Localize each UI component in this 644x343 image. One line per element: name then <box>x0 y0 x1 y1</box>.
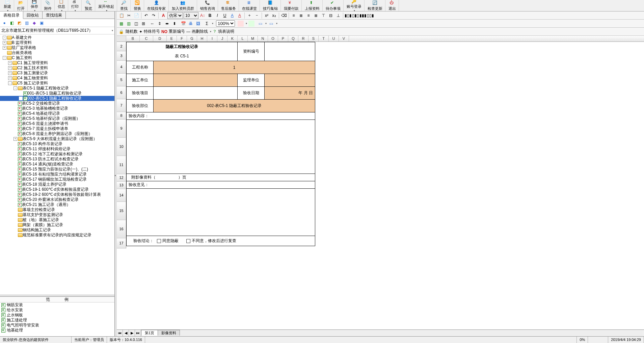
tree-toggle[interactable]: + <box>14 137 17 141</box>
tool-btn-6[interactable]: ▣ <box>38 20 45 26</box>
template-select[interactable]: 北京市建筑工程资料管理规程（DB11/T695-2017） <box>1 28 111 33</box>
tree-node[interactable]: +表C5-9 大体积混凝土测温记录（应附图） <box>0 136 114 141</box>
superscript-button[interactable]: x² <box>263 12 270 19</box>
toolbar-技巧集锦[interactable]: 📘技巧集锦 <box>260 0 281 11</box>
example-item[interactable]: 给水安装 <box>0 308 114 313</box>
disagree-checkbox[interactable] <box>186 239 190 243</box>
tb2-btn-date[interactable]: 📅 <box>180 21 186 27</box>
font-color-2-button[interactable]: A <box>229 12 236 19</box>
toolbar-我要付款[interactable]: ¥我要付款 <box>281 0 302 11</box>
font-color-3-button[interactable]: A <box>236 12 243 19</box>
tb2-btn-4[interactable]: ⊞ <box>140 21 146 27</box>
tree-node[interactable]: 表C5-14 通风(烟)道检查记录 <box>0 162 114 167</box>
accept-item-value[interactable] <box>154 87 238 100</box>
row-header[interactable]: 5 <box>117 74 126 86</box>
col-header[interactable]: G <box>187 36 197 42</box>
tb2-btn-shape4[interactable]: ⬍ <box>171 21 178 27</box>
tree-node[interactable]: 表C5-19-1 600℃·d实体检验温度记录 <box>0 187 114 192</box>
col-header[interactable]: K <box>227 36 238 42</box>
tree-node[interactable]: 表C5-11 焊接材料烘焙记录 <box>0 147 114 152</box>
col-header[interactable]: T <box>319 36 329 42</box>
toolbar-替换[interactable]: 🔁替换 <box>131 0 144 11</box>
tree-node[interactable]: 幕墙主控检查记录 <box>0 207 114 212</box>
bold-button[interactable]: B <box>207 12 213 19</box>
tool-btn-3[interactable]: ◩ <box>16 20 22 26</box>
tb2-btn-shape2[interactable]: ⇕ <box>157 21 163 27</box>
agree-checkbox[interactable] <box>157 239 161 243</box>
tree-node[interactable]: 表C5-17 钢筋螺纹加工现场检查记录 <box>0 177 114 182</box>
row-header[interactable]: 17 <box>117 238 126 248</box>
barcode3-button[interactable]: ▮▮▮ <box>359 12 366 19</box>
tree-node[interactable]: 表C5-19-2 600℃·d实体检验等效龄期计算表 <box>0 192 114 197</box>
toolbar-预览[interactable]: 🔍预览 <box>82 0 95 11</box>
italic-button[interactable]: I <box>214 12 221 19</box>
toolbar-打印[interactable]: 🖨打印 <box>68 0 82 11</box>
tool-btn-5[interactable]: ◆ <box>31 20 37 26</box>
sheet-nav-last[interactable]: ⏭ <box>135 330 141 336</box>
constr-unit-value[interactable] <box>154 74 238 87</box>
row-header[interactable]: 15 <box>117 202 126 220</box>
tool-btn-1[interactable]: ● <box>1 20 7 26</box>
increase-button[interactable]: ＋ <box>246 12 253 19</box>
tree-node[interactable]: 001-表C5-1 隐蔽工程验收记录 <box>0 91 114 96</box>
tree-node[interactable]: 表C5-20 外窗淋水试验检查记录 <box>0 197 114 202</box>
tree-toggle[interactable]: - <box>3 36 6 39</box>
tree-node[interactable]: 表C5-8 混凝土养护测温记录（应附图） <box>0 131 114 136</box>
col-header[interactable]: P <box>278 36 288 42</box>
toolbar-打开[interactable]: 📂打开 <box>14 0 28 11</box>
tree-toggle[interactable]: + <box>8 66 12 70</box>
font-select[interactable]: 仿宋 <box>167 12 183 19</box>
subscript-button[interactable]: x₂ <box>271 12 277 19</box>
toolbar-售后服务[interactable]: 🛠售后服务 <box>218 0 239 11</box>
tree-node[interactable]: -表C5-1 隐蔽工程验收记录 <box>0 86 114 91</box>
sheet-nav-first[interactable]: ⏮ <box>117 330 123 336</box>
row-header[interactable]: 7 <box>117 99 126 112</box>
toolbar-销售咨询[interactable]: 📞销售咨询 <box>197 0 218 11</box>
col-header[interactable]: Q <box>288 36 298 42</box>
tree-node[interactable]: +C2 施工技术资料 <box>0 65 114 71</box>
row-header[interactable]: 3 <box>117 51 126 61</box>
dropdown-icon[interactable]: ▾ <box>112 29 113 32</box>
toolbar-新建[interactable]: 📄新建 <box>1 0 14 11</box>
tree-node[interactable]: 表C5-6 混凝土浇灌申请书 <box>0 121 114 126</box>
toolbar-保存[interactable]: 💾保存 <box>28 0 41 11</box>
toolbar-在线找专家[interactable]: 👤在线找专家 <box>144 0 169 11</box>
redo-button[interactable]: ↷ <box>150 12 157 19</box>
underline-button[interactable]: U <box>221 12 228 19</box>
doc-no-value[interactable] <box>265 42 315 61</box>
col-header[interactable]: I <box>207 36 217 42</box>
col-header[interactable]: V <box>339 36 349 42</box>
align-right-button[interactable]: ≡ <box>305 12 312 19</box>
example-item[interactable]: 地基处理 <box>0 328 114 333</box>
tb2-btn-print[interactable]: 🖶 <box>188 21 194 27</box>
row-header[interactable]: 13 <box>117 182 126 189</box>
align-left-button[interactable]: ≡ <box>290 12 297 19</box>
col-header[interactable]: J <box>217 36 227 42</box>
tree-node[interactable]: 002-表C5-1 隐蔽工程验收记录 <box>0 96 114 101</box>
tree-toggle[interactable]: + <box>8 71 12 75</box>
font-color-button[interactable]: A <box>160 12 167 19</box>
row-header[interactable]: 6 <box>117 86 126 99</box>
col-header[interactable]: B <box>126 36 140 42</box>
tree-node[interactable]: 表C5-16 有粘结预应力结构灌浆记录 <box>0 172 114 177</box>
tree-node[interactable]: 表C5-4 地基处理记录 <box>0 111 114 116</box>
tool-btn-2[interactable]: ◧ <box>9 20 15 26</box>
sheet-area[interactable]: 234567891011121314151617 隐蔽工程验收记录 资料编号 表… <box>117 42 644 329</box>
align-center-button[interactable]: ≣ <box>298 12 304 19</box>
left-tab-2[interactable]: 查找结果 <box>43 11 66 19</box>
toolbar-在线课堂[interactable]: 🖥在线课堂 <box>239 0 260 11</box>
col-header[interactable] <box>117 36 126 42</box>
tb2-color-2[interactable] <box>248 21 254 27</box>
col-header[interactable]: D <box>153 36 167 42</box>
tree-node[interactable]: 钢结构施工记录 <box>0 228 114 233</box>
super-unit-value[interactable] <box>265 74 315 87</box>
tree-node[interactable]: +C1 施工管理资料 <box>0 60 114 65</box>
zoom-select[interactable]: 100% <box>216 20 235 27</box>
col-header[interactable]: R <box>298 36 308 42</box>
tree-toggle[interactable]: + <box>3 46 6 50</box>
toolbar-检查更新[interactable]: 🔄检查更新 <box>365 0 385 11</box>
autofit-button[interactable]: A↕ <box>199 12 206 19</box>
tree-toggle[interactable]: + <box>8 76 12 80</box>
tree-toggle[interactable]: - <box>8 81 12 85</box>
align-justify-button[interactable]: ≣ <box>313 12 319 19</box>
